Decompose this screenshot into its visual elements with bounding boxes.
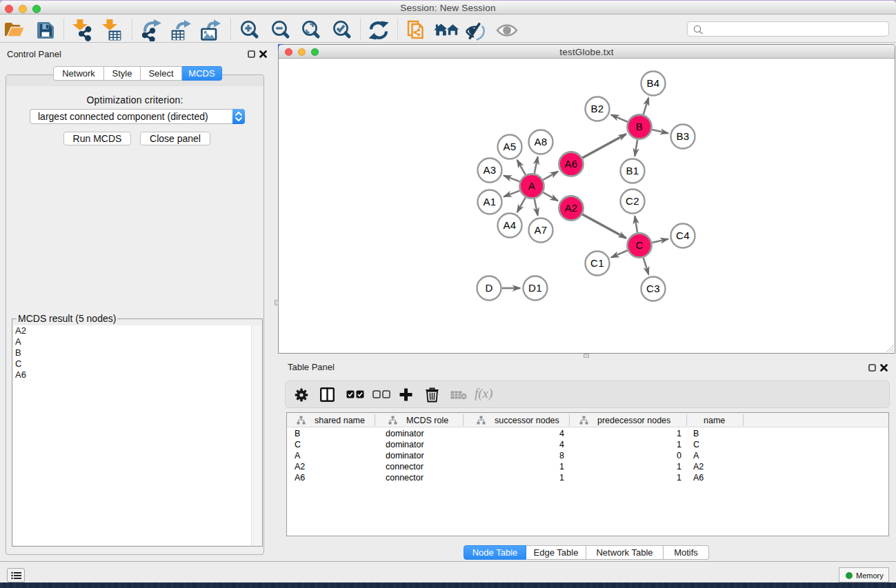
svg-text:C2: C2 [626, 195, 639, 207]
svg-text:A: A [528, 180, 535, 192]
svg-text:C: C [635, 239, 643, 251]
svg-text:B: B [636, 121, 643, 132]
svg-text:D1: D1 [528, 282, 542, 294]
svg-text:B3: B3 [677, 130, 690, 142]
svg-text:B4: B4 [647, 77, 660, 89]
svg-text:A7: A7 [535, 224, 548, 236]
svg-text:B1: B1 [626, 165, 639, 176]
svg-text:A3: A3 [484, 164, 497, 176]
svg-text:D: D [485, 282, 492, 294]
svg-text:A2: A2 [565, 202, 578, 214]
svg-text:A1: A1 [484, 196, 497, 207]
svg-text:A4: A4 [504, 219, 517, 231]
svg-text:A5: A5 [504, 141, 517, 152]
svg-text:C3: C3 [646, 283, 660, 294]
svg-text:A8: A8 [535, 136, 548, 148]
svg-text:C1: C1 [590, 257, 604, 269]
svg-text:A6: A6 [565, 158, 578, 170]
svg-text:C4: C4 [676, 230, 690, 241]
svg-text:B2: B2 [591, 103, 604, 114]
